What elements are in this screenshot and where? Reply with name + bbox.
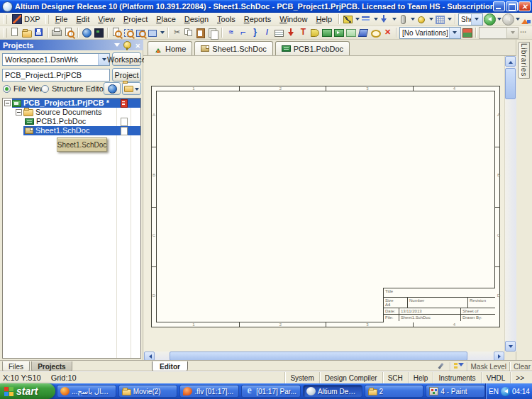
simulation-sources-dropdown[interactable] — [428, 13, 434, 25]
task-paint[interactable]: 4 - Paint — [426, 385, 485, 398]
place-harness-entry-icon[interactable] — [370, 27, 382, 38]
tab-projects[interactable]: Projects — [31, 361, 72, 372]
zoom-document-icon[interactable] — [111, 27, 123, 38]
menu-place[interactable]: Place — [152, 13, 180, 26]
panel-menu-icon[interactable] — [114, 43, 120, 50]
back-button[interactable] — [484, 13, 496, 26]
digital-devices-dropdown[interactable] — [409, 13, 416, 25]
tray-app-icon[interactable] — [501, 387, 510, 396]
workspace-panels-icon[interactable] — [93, 27, 105, 38]
workspace-combo[interactable]: Workspace1.DsnWrk — [2, 53, 110, 66]
structure-editor-radio[interactable]: Structure Editor — [41, 84, 106, 93]
menu-edit[interactable]: Edit — [72, 13, 94, 26]
toolbar-grip[interactable] — [45, 15, 49, 24]
start-button[interactable]: start — [0, 383, 55, 399]
panel-close-icon[interactable] — [135, 41, 140, 50]
simulation-sources-icon[interactable] — [416, 13, 428, 25]
task-movie-folder[interactable]: Movie(2) — [118, 385, 178, 398]
grid-settings-dropdown[interactable] — [446, 13, 453, 25]
panel-pin-icon[interactable] — [123, 41, 131, 49]
mask-level-button[interactable]: Mask Level — [471, 363, 507, 371]
menu-help[interactable]: Help — [311, 13, 336, 26]
alignment-dropdown[interactable] — [372, 13, 379, 25]
task-internet-explorer[interactable]: [01:17] Par... — [241, 385, 301, 398]
copy-icon[interactable] — [183, 27, 195, 38]
tree-item-project[interactable]: PCB_Project1.PrjPCB * — [3, 99, 140, 108]
back-dropdown[interactable] — [496, 13, 502, 25]
help-panels-button[interactable]: Help — [408, 372, 433, 383]
grid-settings-icon[interactable] — [434, 13, 446, 25]
workspace-button[interactable]: Workspace — [112, 52, 141, 66]
tree-item-pcb-doc[interactable]: PCB1.PcbDoc — [3, 117, 140, 126]
utilities-dropdown[interactable] — [354, 13, 360, 25]
tree-item-sch-doc[interactable]: Sheet1.SchDoc — [3, 126, 140, 135]
tab-sheet1-schdoc[interactable]: Sheet1.SchDoc — [194, 41, 272, 55]
dxp-menu[interactable]: DXP — [9, 13, 43, 26]
design-compiler-button[interactable]: Design Compiler — [319, 372, 382, 383]
task-firefox[interactable]: ...ارسال پاسخ — [57, 385, 116, 398]
new-document-icon[interactable] — [9, 27, 21, 38]
open-web-icon[interactable] — [81, 27, 93, 38]
menu-design[interactable]: Design — [180, 13, 213, 26]
filter-icon[interactable] — [454, 362, 464, 371]
instruments-button[interactable]: Instruments — [433, 372, 480, 383]
structure-editor-radio-circle[interactable] — [41, 85, 49, 93]
menu-project[interactable]: Project — [119, 13, 152, 26]
zoom-area-icon[interactable] — [123, 27, 135, 38]
place-sheet-entry-icon[interactable] — [333, 27, 345, 38]
vertical-scrollbar[interactable] — [504, 56, 516, 352]
file-view-radio-circle[interactable] — [3, 85, 11, 93]
variant-manager-icon[interactable] — [461, 27, 473, 38]
print-icon[interactable] — [51, 27, 63, 38]
task-folder-2[interactable]: 2 — [365, 385, 424, 398]
task-flv-download[interactable]: .flv [01:17]... — [179, 385, 239, 398]
address-dropdown[interactable] — [471, 14, 482, 25]
alignment-tool-icon[interactable] — [360, 13, 372, 25]
task-altium-designer[interactable]: Altium Desi... — [303, 385, 362, 398]
home-button[interactable] — [521, 14, 531, 24]
language-indicator[interactable]: EN — [489, 388, 499, 395]
place-part-icon[interactable] — [309, 27, 321, 38]
save-icon[interactable] — [33, 27, 45, 38]
place-device-sheet-icon[interactable] — [345, 27, 358, 38]
tab-files[interactable]: Files — [2, 361, 30, 372]
place-signal-harness-icon[interactable] — [249, 27, 261, 38]
vhdl-button[interactable]: VHDL — [481, 372, 511, 383]
place-harness-connector-icon[interactable] — [358, 27, 370, 38]
tab-libraries[interactable]: Libraries — [518, 42, 530, 79]
schematic-sheet[interactable]: 1 2 3 4 1 2 3 4 A B C D A B C D Title Si… — [151, 86, 500, 327]
more-panels-button[interactable]: >> — [510, 372, 529, 383]
menu-file[interactable]: File — [51, 13, 72, 26]
place-no-erc-icon[interactable] — [382, 27, 394, 38]
tab-editor[interactable]: Editor — [152, 361, 188, 372]
collapse-toggle-icon[interactable] — [16, 109, 22, 116]
place-bus-entry-icon[interactable] — [261, 27, 273, 38]
sort-button[interactable] — [104, 82, 121, 95]
digital-devices-icon[interactable] — [397, 13, 409, 25]
tab-pcb1-pcbdoc[interactable]: PCB1.PcbDoc — [275, 41, 350, 55]
zoom-dropdown[interactable] — [159, 27, 165, 38]
sch-panels-button[interactable]: SCH — [382, 372, 408, 383]
fit-document-icon[interactable] — [147, 27, 159, 38]
place-vcc-port-icon[interactable] — [297, 27, 309, 38]
menu-window[interactable]: Window — [275, 13, 311, 26]
print-preview-icon[interactable] — [63, 27, 75, 38]
cut-icon[interactable] — [171, 27, 183, 38]
document-address-combo[interactable]: Sheet1.SchDoc?Left=0;Right=1150;T — [458, 13, 483, 26]
place-net-label-icon[interactable] — [273, 27, 285, 38]
menu-reports[interactable]: Reports — [240, 13, 276, 26]
toolbar-grip[interactable] — [4, 28, 7, 38]
open-project-button[interactable] — [122, 82, 141, 95]
place-wire-icon[interactable] — [225, 27, 237, 38]
forward-dropdown[interactable] — [514, 13, 521, 25]
utilities-tool-icon[interactable] — [342, 13, 354, 25]
edit-pencil-icon[interactable] — [438, 362, 447, 371]
more-options-button[interactable] — [519, 27, 531, 38]
project-button[interactable]: Project — [112, 68, 141, 82]
clock[interactable]: 04:14 ب.ظ — [512, 388, 532, 395]
scroll-up-button[interactable] — [505, 56, 516, 67]
file-view-radio[interactable]: File View — [3, 84, 45, 93]
forward-button[interactable] — [502, 13, 514, 26]
power-sources-dropdown[interactable] — [391, 13, 397, 25]
menu-view[interactable]: View — [94, 13, 119, 26]
